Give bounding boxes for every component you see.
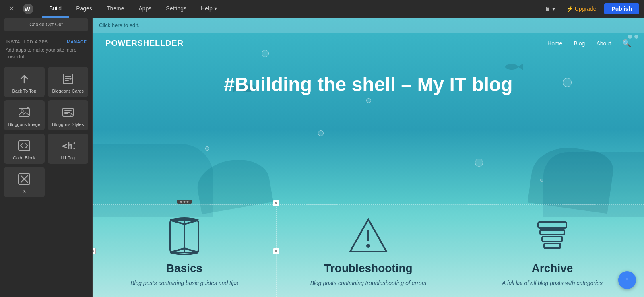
bloggons-cards-icon [61, 72, 75, 86]
card-troubleshooting[interactable]: Troubleshooting Blog posts containing tr… [277, 205, 460, 297]
card-archive-desc: A full list of all blog posts with categ… [502, 279, 603, 287]
bloggons-styles-icon [61, 105, 75, 120]
main-layout: Cookie Opt Out INSTALLED APPS MANAGE Add… [0, 18, 644, 297]
publish-button[interactable]: Publish [604, 3, 639, 14]
x-icon [17, 172, 31, 186]
sidebar: Cookie Opt Out INSTALLED APPS MANAGE Add… [0, 18, 93, 297]
svg-point-18 [367, 245, 369, 247]
installed-apps-title: INSTALLED APPS [6, 39, 48, 44]
sidebar-item-x[interactable]: X [4, 167, 45, 197]
up-arrow-icon [17, 72, 31, 86]
tab-theme[interactable]: Theme [99, 0, 132, 18]
site-nav-blog[interactable]: Blog [574, 40, 585, 47]
click-edit-bar[interactable]: Click here to edit. [93, 18, 644, 33]
tab-apps[interactable]: Apps [131, 0, 159, 18]
x-label: X [23, 189, 26, 194]
bloggons-image-label: Bloggons Image [8, 122, 41, 127]
h1-tag-icon: <h1> [61, 138, 75, 153]
cards-section: ✕ Basics Blog posts containing basic gui… [93, 204, 644, 297]
svg-rect-21 [542, 237, 562, 241]
apps-grid: Back To Top Bloggons Cards [0, 64, 92, 200]
card-troubleshooting-title: Troubleshooting [324, 262, 412, 275]
svg-rect-22 [544, 243, 560, 248]
basics-icon [164, 216, 204, 256]
installed-apps-header: INSTALLED APPS MANAGE [0, 35, 92, 47]
card-basics[interactable]: ✕ Basics Blog posts containing basic gui… [93, 205, 277, 297]
dot [187, 201, 189, 203]
dot [180, 201, 182, 203]
site-nav-home[interactable]: Home [547, 40, 562, 47]
nav-tabs: Build Pages Theme Apps Settings Help ▾ [42, 0, 224, 18]
sidebar-item-cookie-opt-out[interactable]: Cookie Opt Out [4, 18, 88, 31]
card-archive-title: Archive [532, 262, 573, 275]
bloggons-styles-label: Bloggons Styles [52, 122, 84, 127]
bubble-5 [318, 130, 324, 136]
sidebar-item-bloggons-styles[interactable]: Bloggons Styles [48, 100, 89, 130]
svg-rect-19 [538, 222, 566, 228]
sidebar-item-code-block[interactable]: Code Block [4, 134, 45, 164]
site-search-icon[interactable]: 🔍 [622, 39, 631, 48]
tab-settings[interactable]: Settings [159, 0, 194, 18]
cookie-opt-out-label: Cookie Opt Out [29, 22, 63, 27]
card-archive[interactable]: Archive A full list of all blog posts wi… [460, 205, 644, 297]
sidebar-item-h1-tag[interactable]: <h1> H1 Tag [48, 134, 89, 164]
tab-help[interactable]: Help ▾ [194, 0, 224, 18]
card-basics-title: Basics [166, 262, 202, 275]
dot [184, 201, 186, 203]
site-nav: Home Blog About 🔍 [547, 39, 631, 48]
hero-section: #Building the shell – My IT blog [93, 58, 644, 103]
svg-point-4 [21, 110, 23, 112]
bloggons-cards-label: Bloggons Cards [52, 89, 84, 94]
card-basics-desc: Blog posts containing basic guides and t… [130, 279, 238, 287]
sidebar-item-bloggons-cards[interactable]: Bloggons Cards [48, 67, 89, 97]
nav-right: 🖥 ▾ ⚡ Upgrade Publish [542, 3, 639, 14]
device-selector[interactable]: 🖥 ▾ [542, 6, 558, 12]
canvas-area: Click here to edit. POWERSHELLDER Home B… [93, 18, 644, 297]
troubleshooting-icon [348, 216, 388, 256]
card-basics-top-control[interactable] [177, 200, 192, 204]
weebly-logo: W [21, 2, 35, 16]
code-block-icon [17, 138, 31, 153]
click-edit-text: Click here to edit. [99, 22, 139, 28]
sidebar-item-back-to-top[interactable]: Back To Top [4, 67, 45, 97]
svg-rect-3 [19, 108, 29, 116]
svg-text:W: W [25, 6, 31, 12]
site-preview: Click here to edit. POWERSHELLDER Home B… [93, 18, 644, 297]
tab-build[interactable]: Build [42, 0, 69, 18]
h1-tag-label: H1 Tag [61, 155, 75, 161]
card-troubleshooting-desc: Blog posts containing troubleshooting of… [310, 279, 427, 287]
site-nav-about[interactable]: About [596, 40, 611, 47]
svg-point-15 [275, 250, 277, 252]
upgrade-button[interactable]: ⚡ Upgrade [563, 4, 600, 14]
hero-title: #Building the shell – My IT blog [93, 74, 644, 95]
site-header: POWERSHELLDER Home Blog About 🔍 [93, 33, 644, 54]
svg-point-24 [627, 281, 627, 282]
top-nav: ✕ W Build Pages Theme Apps Settings Help… [0, 0, 644, 18]
bubble-6 [475, 159, 483, 167]
sidebar-description: Add apps to make your site more powerful… [0, 47, 92, 64]
svg-point-13 [93, 250, 94, 252]
card-basics-handle-right[interactable] [273, 248, 279, 254]
svg-text:<h1>: <h1> [62, 141, 75, 151]
close-button[interactable]: ✕ [5, 2, 18, 15]
bubble-4 [205, 146, 209, 151]
tab-pages[interactable]: Pages [69, 0, 99, 18]
card-basics-handle-left[interactable] [93, 248, 96, 254]
site-logo: POWERSHELLDER [105, 39, 184, 48]
code-block-label: Code Block [13, 155, 35, 161]
svg-rect-20 [540, 230, 564, 235]
back-to-top-label: Back To Top [12, 89, 36, 94]
manage-link[interactable]: MANAGE [67, 39, 87, 44]
sidebar-item-bloggons-image[interactable]: Bloggons Image [4, 100, 45, 130]
chat-bubble-button[interactable] [618, 271, 636, 289]
archive-icon [532, 216, 572, 256]
bloggons-image-icon [17, 105, 31, 120]
